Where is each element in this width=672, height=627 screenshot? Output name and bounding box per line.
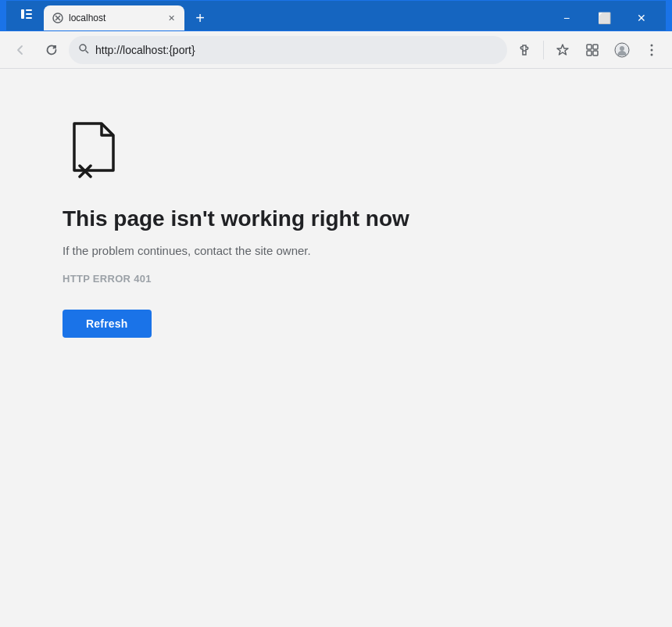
svg-rect-9 bbox=[587, 45, 592, 49]
tab-favicon-icon bbox=[52, 12, 64, 24]
nav-bar bbox=[0, 31, 672, 69]
minimize-button[interactable]: − bbox=[549, 5, 584, 30]
svg-point-14 bbox=[620, 46, 624, 51]
browser-tab-active[interactable]: localhost ✕ bbox=[44, 5, 184, 30]
extensions-button[interactable] bbox=[510, 36, 538, 64]
svg-rect-1 bbox=[26, 9, 32, 11]
svg-point-16 bbox=[651, 48, 653, 51]
tab-close-button[interactable]: ✕ bbox=[164, 11, 178, 25]
window-controls: − ⬜ ✕ bbox=[549, 5, 659, 30]
refresh-page-button[interactable]: Refresh bbox=[63, 310, 152, 338]
svg-point-17 bbox=[651, 53, 653, 56]
refresh-button[interactable] bbox=[38, 36, 66, 64]
back-button[interactable] bbox=[6, 36, 34, 64]
error-code: HTTP ERROR 401 bbox=[63, 273, 152, 285]
svg-rect-11 bbox=[587, 51, 592, 56]
svg-rect-12 bbox=[593, 51, 598, 56]
address-bar[interactable] bbox=[69, 36, 507, 64]
error-title: This page isn't working right now bbox=[63, 206, 409, 231]
restore-button[interactable]: ⬜ bbox=[586, 5, 622, 30]
svg-rect-3 bbox=[26, 17, 32, 19]
svg-rect-2 bbox=[26, 13, 32, 15]
collections-button[interactable] bbox=[578, 36, 606, 64]
svg-point-7 bbox=[80, 45, 86, 51]
favorites-button[interactable] bbox=[549, 36, 577, 64]
more-menu-button[interactable] bbox=[638, 36, 666, 64]
profile-button[interactable] bbox=[608, 36, 636, 64]
close-button[interactable]: ✕ bbox=[624, 5, 659, 30]
address-search-icon bbox=[78, 43, 89, 56]
error-icon bbox=[63, 116, 125, 181]
svg-point-15 bbox=[651, 44, 653, 46]
new-tab-button[interactable]: + bbox=[188, 7, 213, 29]
svg-line-8 bbox=[86, 51, 89, 54]
title-bar: localhost ✕ + − ⬜ ✕ bbox=[0, 0, 672, 31]
tab-title: localhost bbox=[69, 13, 159, 23]
svg-rect-0 bbox=[21, 9, 24, 19]
tab-bar: localhost ✕ + − ⬜ ✕ bbox=[6, 1, 666, 30]
nav-divider bbox=[543, 41, 544, 59]
svg-rect-10 bbox=[593, 45, 598, 49]
page-content: This page isn't working right now If the… bbox=[0, 69, 672, 597]
browser-chrome: localhost ✕ + − ⬜ ✕ bbox=[0, 0, 672, 69]
error-subtitle: If the problem continues, contact the si… bbox=[63, 244, 311, 257]
nav-right-buttons bbox=[510, 36, 666, 64]
sidebar-toggle-button[interactable] bbox=[13, 0, 41, 28]
url-input[interactable] bbox=[95, 44, 498, 56]
